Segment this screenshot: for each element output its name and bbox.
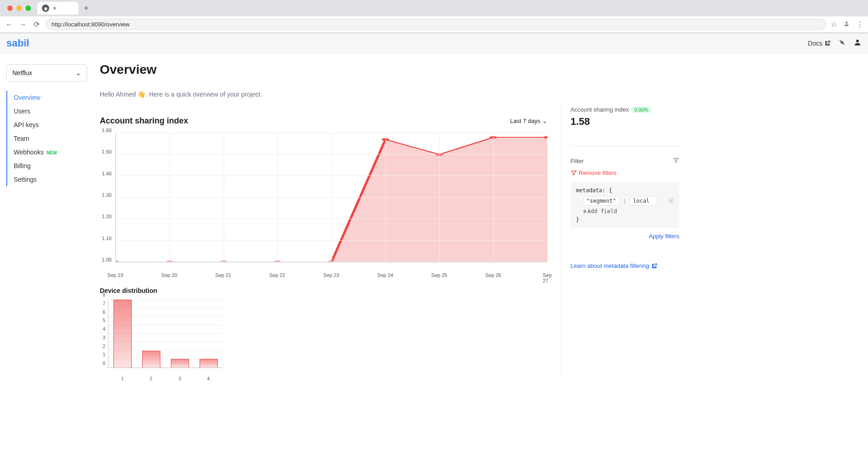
new-tab-button[interactable]: + [81,4,92,13]
right-column: Account sharing index 0.00% 1.58 Filter … [561,106,679,377]
sidebar-item-users[interactable]: Users [7,104,87,118]
chart-header: Account sharing index Last 7 days ⌄ [100,116,547,126]
filter-header: Filter [570,157,679,165]
browser-chrome: ◉ × + ← → ⟳ http://localhost:8090/overvi… [0,0,868,33]
content: Overview Hello Ahmed 👋. Here is a quick … [93,53,686,395]
filter-remove-icon [570,170,577,176]
docs-label: Docs [808,40,822,47]
traffic-lights [4,5,35,11]
bar-chart-section: Device distribution 012345678 1234 [100,287,547,377]
bar-chart: 012345678 1234 [100,300,223,377]
window-minimize[interactable] [16,5,22,11]
window-close[interactable] [7,5,13,11]
add-field-label: Add field [587,208,617,215]
theme-toggle-icon[interactable] [839,39,845,47]
globe-icon: ◉ [42,5,49,12]
sidebar-item-overview[interactable]: Overview [7,91,87,104]
brand-logo[interactable]: sabil [6,37,29,49]
sidebar-item-settings[interactable]: Settings [7,173,87,186]
external-link-icon [824,40,831,46]
metadata-open: metadata: { [576,187,674,194]
docs-link[interactable]: Docs [808,40,831,47]
filter-label: Filter [570,158,584,164]
address-bar: ← → ⟳ http://localhost:8090/overview ☆ ⋮ [0,16,868,33]
profile-icon[interactable] [843,20,850,29]
learn-label: Learn about metadata filtering [570,262,649,269]
tab-close-icon[interactable]: × [53,5,56,12]
index-label-row: Account sharing index 0.00% [570,106,679,113]
chart-title: Account sharing index [100,116,188,126]
svg-point-2 [856,40,859,42]
menu-icon[interactable]: ⋮ [856,20,863,29]
filter-icon[interactable] [673,157,679,165]
line-chart: 1.001.101.201.301.401.501.60 Sep 19Sep 2… [100,130,547,276]
window-maximize[interactable] [26,5,31,11]
colon: : [623,198,626,204]
clear-field-icon[interactable]: ⓧ [668,197,674,205]
tab-bar: ◉ × + [0,0,868,16]
filter-editor: metadata: { "segment" : local ⓧ ⊕ Add fi… [570,182,679,228]
star-icon[interactable]: ☆ [831,20,837,29]
page-title: Overview [100,62,547,77]
chevron-down-icon: ⌄ [76,69,81,77]
sidebar: Netflux ⌄ OverviewUsersAPI keysTeamWebho… [0,53,93,395]
index-value: 1.58 [570,116,679,128]
divider [570,146,679,146]
period-label: Last 7 days [510,118,541,124]
sidebar-item-api-keys[interactable]: API keys [7,118,87,132]
url-input[interactable]: http://localhost:8090/overview [46,19,826,30]
browser-tab[interactable]: ◉ × [37,2,78,15]
filter-value-input[interactable]: local [630,196,657,205]
add-field-button[interactable]: ⊕ Add field [583,208,674,215]
user-avatar-icon[interactable] [853,38,862,48]
back-icon[interactable]: ← [5,20,14,29]
apply-filters-button[interactable]: Apply filters [570,233,679,240]
period-selector[interactable]: Last 7 days ⌄ [510,118,548,124]
index-badge: 0.00% [632,107,651,113]
forward-icon[interactable]: → [18,20,27,29]
filter-key-input[interactable]: "segment" [583,196,619,205]
project-selector[interactable]: Netflux ⌄ [6,64,87,82]
external-link-icon [651,263,657,269]
metadata-close: } [576,216,674,223]
bar-chart-title: Device distribution [100,287,547,294]
remove-filters-label: Remove filters [579,169,616,176]
greeting-text: Hello Ahmed 👋. Here is a quick overview … [100,91,547,98]
svg-point-0 [846,21,848,24]
sidebar-item-webhooks[interactable]: WebhooksNEW [7,145,87,159]
plus-icon: ⊕ [583,208,586,215]
new-badge: NEW [46,150,57,155]
project-name: Netflux [12,69,32,77]
sidebar-item-billing[interactable]: Billing [7,159,87,173]
chevron-down-icon: ⌄ [542,118,547,124]
remove-filters-button[interactable]: Remove filters [570,169,679,176]
nav-list: OverviewUsersAPI keysTeamWebhooksNEWBill… [6,91,87,186]
sidebar-item-team[interactable]: Team [7,132,87,145]
index-label: Account sharing index [570,106,629,113]
learn-link[interactable]: Learn about metadata filtering [570,262,679,269]
reload-icon[interactable]: ⟳ [32,20,41,29]
app-header: sabil Docs [0,33,868,53]
